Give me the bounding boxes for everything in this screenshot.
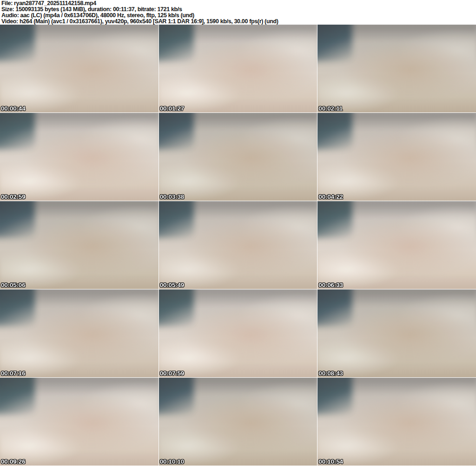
video-thumbnail: 00:00:44: [0, 25, 159, 112]
video-thumbnail: 00:07:16: [0, 289, 159, 377]
timestamp-overlay: 00:09:26: [1, 458, 25, 465]
video-thumbnail: 00:04:22: [317, 113, 476, 201]
timestamp-overlay: 00:07:59: [160, 370, 184, 377]
file-size-line: Size: 150093135 bytes (143 MiB), duratio…: [1, 7, 475, 13]
video-contact-sheet: File: ryan287747_202511142158.mp4 Size: …: [0, 0, 476, 466]
timestamp-overlay: 00:02:11: [318, 105, 343, 112]
video-thumbnail: 00:09:26: [0, 378, 159, 466]
timestamp-overlay: 00:06:33: [318, 282, 343, 289]
video-thumbnail: 00:06:33: [317, 201, 476, 289]
video-thumbnail: 00:08:43: [317, 289, 476, 377]
video-thumbnail: 00:02:59: [0, 113, 159, 201]
video-info-line: Video: h264 (Main) (avc1 / 0x31637661), …: [1, 19, 475, 25]
timestamp-overlay: 00:07:16: [1, 370, 25, 377]
video-thumbnail: 00:02:11: [317, 25, 476, 112]
timestamp-overlay: 00:01:27: [160, 105, 184, 112]
video-thumbnail: 00:10:10: [159, 378, 317, 466]
video-thumbnail: 00:03:38: [159, 113, 317, 201]
timestamp-overlay: 00:02:59: [1, 193, 25, 200]
video-thumbnail: 00:05:06: [0, 201, 159, 289]
timestamp-overlay: 00:00:44: [1, 105, 25, 112]
video-thumbnail: 00:07:59: [159, 289, 317, 377]
timestamp-overlay: 00:05:49: [160, 282, 184, 289]
video-thumbnail: 00:01:27: [159, 25, 317, 112]
video-thumbnail: 00:05:49: [159, 201, 317, 289]
thumbnail-grid: 00:00:44 00:01:27 00:02:11 00:02:59 00:0…: [0, 25, 476, 466]
timestamp-overlay: 00:10:10: [160, 458, 184, 465]
timestamp-overlay: 00:04:22: [318, 193, 343, 200]
audio-info-line: Audio: aac (LC) (mp4a / 0x6134706D), 480…: [1, 13, 475, 19]
video-thumbnail: 00:10:54: [317, 378, 476, 466]
timestamp-overlay: 00:10:54: [318, 458, 343, 465]
timestamp-overlay: 00:05:06: [1, 282, 25, 289]
timestamp-overlay: 00:08:43: [318, 370, 343, 377]
file-name-line: File: ryan287747_202511142158.mp4: [1, 0, 475, 7]
media-info-header: File: ryan287747_202511142158.mp4 Size: …: [0, 0, 476, 25]
timestamp-overlay: 00:03:38: [160, 193, 184, 200]
